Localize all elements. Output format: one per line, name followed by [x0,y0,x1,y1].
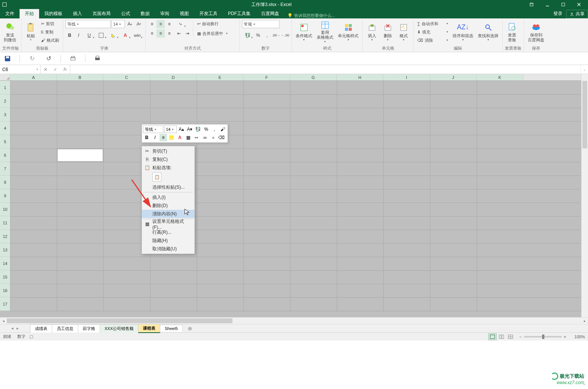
mini-font-color-button[interactable]: A [176,134,184,141]
column-header[interactable]: B [57,74,103,80]
file-tab[interactable]: 文件 [0,9,20,18]
sign-in-link[interactable]: 登录 [550,9,566,18]
align-middle-button[interactable]: ≡ [156,20,165,28]
paste-default-button[interactable]: 📋 [152,173,161,182]
mini-format-painter-button[interactable]: 🖌 [219,126,226,133]
bold-button[interactable]: B [65,31,74,39]
ribbon-display-options-button[interactable] [524,0,539,9]
percent-button[interactable]: % [254,31,262,39]
window-close-button[interactable] [571,0,586,9]
collapse-ribbon-button[interactable]: ⌃ [583,383,586,387]
mini-accounting-button[interactable]: 💱 [194,126,202,133]
send-to-wechat-button[interactable]: 发送 到微信 [2,20,18,44]
zoom-in-button[interactable]: + [564,335,566,339]
row-header[interactable]: 9 [0,189,11,203]
page-layout-view-button[interactable] [497,333,506,340]
paste-button[interactable]: 粘贴 ▾ [24,20,38,44]
name-box[interactable]: C6 ▾ [0,65,41,74]
tab-insert[interactable]: 插入 [68,9,87,18]
format-as-table-button[interactable]: 套用 表格格式▾ [315,20,335,44]
context-format-cells[interactable]: ▦设置单元格格式(F)... [142,220,194,228]
zoom-out-button[interactable]: − [519,335,521,339]
autosum-button[interactable]: ∑自动求和▾ [416,20,450,27]
sheet-tab[interactable]: Sheet5 [160,325,183,332]
delete-cells-button[interactable]: 删除▾ [381,20,395,44]
column-header[interactable]: F [243,74,290,80]
align-top-button[interactable]: ≡ [148,20,156,28]
sheet-nav-buttons[interactable]: ◂▸ [0,326,30,331]
merge-center-button[interactable]: ▦合并后居中▾ [196,30,237,37]
horizontal-scrollbar[interactable]: ◂ ▸ [0,317,588,324]
align-center-button[interactable]: ≡ [156,29,165,38]
zoom-level[interactable]: 100% [568,335,585,339]
font-name-combo[interactable]: 等线▾ [65,20,111,28]
conditional-format-button[interactable]: 条件格式▾ [294,20,314,44]
scroll-right-button[interactable]: ▸ [581,318,588,324]
column-header[interactable]: H [337,74,383,80]
tab-formulas[interactable]: 公式 [116,9,135,18]
mini-align-center-button[interactable]: ≡ [160,134,167,141]
cells-canvas[interactable] [11,81,588,311]
tab-developer[interactable]: 开发工具 [194,9,223,18]
increase-font-button[interactable]: A▴ [126,20,134,28]
normal-view-button[interactable] [488,333,497,340]
decrease-indent-button[interactable]: ⇤ [175,29,183,38]
row-header[interactable]: 11 [0,216,11,230]
row-header[interactable]: 13 [0,243,11,257]
font-size-combo[interactable]: 14▾ [111,20,125,28]
column-header[interactable]: J [430,74,477,80]
scroll-left-button[interactable]: ◂ [0,318,7,324]
select-all-button[interactable] [0,74,11,80]
zoom-slider[interactable] [524,336,562,338]
column-header[interactable]: C [103,74,150,80]
context-paste-special[interactable]: 选择性粘贴(S)... [142,183,194,191]
increase-decimal-button[interactable]: .00→ [272,31,280,39]
sheet-tab[interactable]: 员工信息 [52,324,78,333]
tab-pdftools[interactable]: PDF工具集 [223,9,256,18]
cell-styles-button[interactable]: 单元格样式▾ [336,20,360,44]
active-cell[interactable] [57,149,103,162]
tab-data[interactable]: 数据 [135,9,155,18]
enter-formula-button[interactable]: ✓ [50,67,60,72]
column-header[interactable]: K [477,74,523,80]
row-header[interactable]: 7 [0,162,11,176]
macro-record-icon[interactable]: ▢ [29,334,33,339]
italic-button[interactable]: I [74,31,83,39]
phonetic-button[interactable]: wén▾ [132,31,143,39]
insert-function-button[interactable]: fx [60,67,70,72]
decrease-decimal-button[interactable]: ←.00 [281,31,289,39]
context-copy[interactable]: ⎘复制(C) [142,155,194,163]
cancel-formula-button[interactable]: ✕ [41,67,50,72]
vertical-scrollbar[interactable] [581,74,588,317]
sheet-tab[interactable]: 田字格 [78,324,100,333]
decrease-font-button[interactable]: A▾ [135,20,143,28]
orientation-button[interactable]: ⤷▾ [175,20,186,28]
column-header[interactable]: I [383,74,430,80]
tab-home[interactable]: 开始 [20,9,39,18]
mini-comma-button[interactable]: , [211,126,218,133]
mini-size-combo[interactable]: 14▾ [164,126,177,133]
accounting-format-button[interactable]: 💱▾ [242,31,253,39]
save-to-baidudisk-button[interactable]: 保存到 百度网盘 [526,20,546,44]
column-header[interactable]: E [197,74,243,80]
tab-baidudisk[interactable]: 百度网盘 [256,9,284,18]
row-header[interactable]: 4 [0,121,11,135]
mini-clear-button[interactable]: ⌫ [217,134,225,141]
tab-review[interactable]: 审阅 [155,9,175,18]
context-insert[interactable]: 插入(I) [142,193,194,201]
align-left-button[interactable]: ≡ [148,29,156,38]
context-clear-contents[interactable]: 清除内容(N) [142,210,194,218]
context-hide[interactable]: 隐藏(H) [142,236,194,245]
wrap-text-button[interactable]: ↩自动换行 [196,20,229,27]
save-button[interactable] [3,54,12,63]
print-button[interactable] [93,54,102,63]
increase-indent-button[interactable]: ⇥ [183,29,191,38]
fill-button[interactable]: ⬇填充▾ [416,28,450,36]
row-header[interactable]: 2 [0,94,11,108]
context-delete[interactable]: 删除(D) [142,201,194,210]
print-preview-button[interactable] [68,54,77,63]
tab-view[interactable]: 视图 [175,9,194,18]
row-header[interactable]: 1 [0,81,11,94]
clear-button[interactable]: ⌫清除▾ [416,36,450,44]
sort-filter-button[interactable]: AZ↓排序和筛选▾ [451,20,475,44]
